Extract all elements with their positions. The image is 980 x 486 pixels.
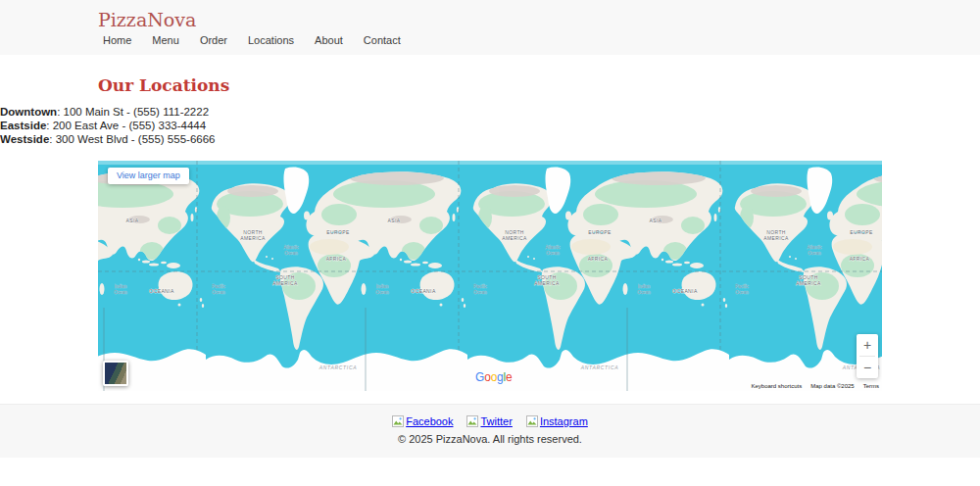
google-map-embed[interactable]: NORTH AMERICA SOUTH AMERICA EUROPE ASIA … [98, 161, 882, 391]
location-name: Downtown [0, 106, 57, 118]
location-name: Westside [0, 133, 49, 145]
location-item-downtown: Downtown: 100 Main St - (555) 111-2222 [0, 105, 980, 119]
keyboard-shortcuts-link[interactable]: Keyboard shortcuts [752, 383, 803, 389]
map-data-label: Map data ©2025 [810, 383, 854, 389]
instagram-link[interactable]: Instagram [526, 415, 588, 427]
nav-item-menu[interactable]: Menu [152, 34, 179, 46]
nav-item-contact[interactable]: Contact [364, 34, 401, 46]
map-attribution: Keyboard shortcuts Map data ©2025 Terms [752, 383, 880, 389]
location-details: : 300 West Blvd - (555) 555-6666 [49, 133, 215, 145]
facebook-link[interactable]: Facebook [392, 415, 453, 427]
satellite-view-thumbnail[interactable] [103, 361, 128, 386]
location-name: Eastside [0, 120, 46, 131]
map-zoom-controls: + − [857, 334, 878, 378]
nav-item-about[interactable]: About [315, 34, 343, 46]
site-header: PizzaNova Home Menu Order Locations Abou… [0, 0, 980, 55]
page-title: Our Locations [98, 75, 882, 95]
social-links: Facebook Twitter Instagram [0, 415, 980, 427]
view-larger-map-button[interactable]: View larger map [108, 168, 189, 184]
zoom-out-button[interactable]: − [857, 357, 878, 378]
nav-item-locations[interactable]: Locations [248, 34, 294, 46]
location-item-westside: Westside: 300 West Blvd - (555) 555-6666 [0, 132, 980, 146]
location-item-eastside: Eastside: 200 East Ave - (555) 333-4444 [0, 119, 980, 132]
world-map-canvas[interactable]: NORTH AMERICA SOUTH AMERICA EUROPE ASIA … [98, 161, 882, 391]
site-logo: PizzaNova [98, 10, 980, 29]
broken-image-icon [466, 415, 478, 427]
locations-page: Our Locations Downtown: 100 Main St - (5… [0, 75, 980, 404]
twitter-link[interactable]: Twitter [466, 415, 512, 427]
broken-image-icon [392, 415, 404, 427]
main-nav: Home Menu Order Locations About Contact [98, 34, 980, 46]
zoom-in-button[interactable]: + [857, 334, 878, 356]
site-footer: Facebook Twitter Instagram © 2025 PizzaN… [0, 404, 980, 458]
location-details: : 100 Main St - (555) 111-2222 [57, 106, 209, 118]
nav-item-home[interactable]: Home [103, 34, 131, 46]
nav-item-order[interactable]: Order [200, 34, 227, 46]
google-logo[interactable]: Google [475, 370, 513, 384]
broken-image-icon [526, 415, 538, 427]
locations-list: Downtown: 100 Main St - (555) 111-2222 E… [0, 105, 980, 146]
copyright-text: © 2025 PizzaNova. All rights reserved. [0, 433, 980, 445]
terms-link[interactable]: Terms [863, 383, 879, 389]
location-details: : 200 East Ave - (555) 333-4444 [46, 120, 206, 131]
